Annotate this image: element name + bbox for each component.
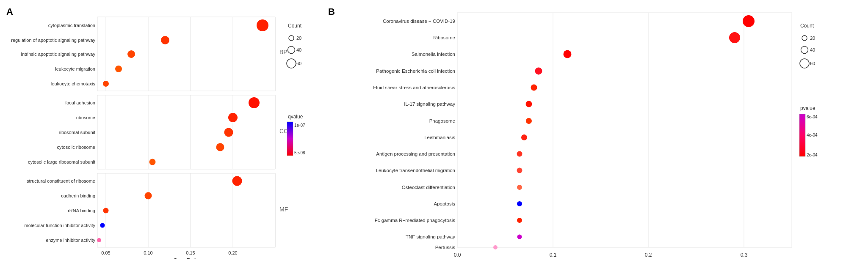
cc-dot-3 bbox=[224, 128, 233, 137]
panel-a-label: A bbox=[6, 6, 13, 17]
svg-point-77 bbox=[802, 36, 807, 41]
b-dot-7 bbox=[526, 118, 532, 124]
panel-a: A bbox=[4, 4, 326, 259]
panel-b-chart: Coronavirus disease − COVID-19 Ribosome … bbox=[326, 4, 860, 259]
panel-b: B bbox=[326, 4, 860, 259]
svg-text:0.05: 0.05 bbox=[101, 250, 110, 255]
svg-text:leukocyte chemotaxis: leukocyte chemotaxis bbox=[51, 81, 96, 86]
b-dot-4 bbox=[535, 68, 542, 75]
svg-text:Osteoclast differentiation: Osteoclast differentiation bbox=[402, 185, 455, 190]
cc-dot-2 bbox=[228, 113, 238, 122]
svg-text:6e-04: 6e-04 bbox=[807, 115, 818, 119]
b-dot-2 bbox=[729, 32, 740, 43]
svg-text:Count: Count bbox=[800, 23, 814, 29]
svg-text:40: 40 bbox=[296, 47, 301, 52]
cc-dot-4 bbox=[216, 143, 224, 151]
cc-dot-1 bbox=[249, 97, 260, 108]
svg-text:cytosolic ribosome: cytosolic ribosome bbox=[57, 145, 95, 150]
svg-text:ribosomal subunit: ribosomal subunit bbox=[59, 130, 95, 135]
svg-text:MF: MF bbox=[279, 206, 288, 213]
svg-text:0.20: 0.20 bbox=[228, 250, 237, 255]
svg-point-50 bbox=[287, 59, 296, 68]
svg-text:0.10: 0.10 bbox=[144, 250, 152, 255]
mf-dot-5 bbox=[97, 238, 101, 242]
b-dot-12 bbox=[517, 201, 522, 206]
svg-text:0.0: 0.0 bbox=[454, 252, 461, 258]
svg-text:2e-04: 2e-04 bbox=[807, 153, 818, 157]
svg-rect-0 bbox=[97, 17, 275, 91]
svg-point-79 bbox=[801, 47, 808, 54]
svg-text:cytoplasmic translation: cytoplasmic translation bbox=[48, 23, 95, 28]
svg-text:1e-07: 1e-07 bbox=[294, 123, 305, 128]
b-dot-3 bbox=[564, 50, 572, 58]
svg-text:BP: BP bbox=[279, 49, 287, 55]
svg-text:IL-17 signaling pathway: IL-17 signaling pathway bbox=[404, 101, 455, 107]
svg-text:Pertussis: Pertussis bbox=[435, 245, 456, 250]
b-dot-6 bbox=[526, 101, 532, 107]
svg-text:molecular function inhibitor a: molecular function inhibitor activity bbox=[24, 223, 95, 228]
svg-rect-12 bbox=[97, 95, 275, 169]
mf-dot-4 bbox=[100, 223, 105, 228]
svg-text:cytosolic large ribosomal subu: cytosolic large ribosomal subunit bbox=[28, 159, 95, 164]
svg-text:Ribosome: Ribosome bbox=[433, 35, 455, 40]
mf-dot-3 bbox=[103, 208, 109, 214]
svg-text:60: 60 bbox=[810, 61, 815, 66]
b-dot-1 bbox=[743, 15, 755, 27]
panel-b-label: B bbox=[328, 6, 335, 17]
svg-text:Leishmaniasis: Leishmaniasis bbox=[424, 135, 455, 140]
svg-text:Phagosome: Phagosome bbox=[429, 118, 455, 123]
svg-text:GeneRatio: GeneRatio bbox=[173, 257, 199, 259]
svg-text:qvalue: qvalue bbox=[288, 114, 303, 120]
b-dot-5 bbox=[531, 85, 537, 91]
svg-text:0.1: 0.1 bbox=[550, 252, 557, 258]
bp-dot-1 bbox=[257, 19, 268, 31]
svg-text:0.15: 0.15 bbox=[186, 250, 195, 255]
svg-text:ribosome: ribosome bbox=[76, 115, 95, 120]
svg-text:20: 20 bbox=[296, 36, 301, 41]
b-dot-10 bbox=[517, 168, 522, 173]
svg-text:Fc gamma R−mediated phagocytos: Fc gamma R−mediated phagocytosis bbox=[375, 218, 455, 223]
svg-text:focal adhesion: focal adhesion bbox=[65, 100, 95, 105]
svg-text:Leukocyte transendothelial mig: Leukocyte transendothelial migration bbox=[376, 168, 455, 173]
svg-text:cadherin binding: cadherin binding bbox=[61, 193, 95, 198]
svg-text:regulation of apoptotic signal: regulation of apoptotic signaling pathwa… bbox=[11, 38, 95, 43]
mf-dot-1 bbox=[232, 176, 242, 186]
svg-text:TNF signaling pathway: TNF signaling pathway bbox=[406, 234, 455, 239]
svg-text:Fluid shear stress and atheros: Fluid shear stress and atherosclerosis bbox=[373, 85, 455, 90]
svg-text:4e-04: 4e-04 bbox=[807, 133, 818, 137]
svg-text:Pathogenic Escherichia coli in: Pathogenic Escherichia coli infection bbox=[376, 68, 455, 74]
svg-text:0.3: 0.3 bbox=[741, 252, 748, 258]
main-container: A bbox=[0, 0, 868, 263]
svg-point-48 bbox=[288, 47, 295, 54]
mf-dot-2 bbox=[145, 192, 152, 200]
svg-text:CC: CC bbox=[279, 128, 288, 134]
svg-text:rRNA binding: rRNA binding bbox=[68, 208, 95, 213]
svg-rect-25 bbox=[287, 122, 293, 156]
svg-rect-52 bbox=[457, 13, 792, 247]
b-dot-11 bbox=[517, 185, 522, 190]
svg-point-81 bbox=[800, 59, 809, 68]
svg-text:Coronavirus disease − COVID-19: Coronavirus disease − COVID-19 bbox=[383, 19, 455, 24]
bp-dot-2 bbox=[161, 36, 169, 44]
svg-text:pvalue: pvalue bbox=[800, 105, 815, 111]
bp-dot-4 bbox=[115, 66, 122, 72]
svg-text:leukocyte migration: leukocyte migration bbox=[55, 66, 95, 71]
svg-text:60: 60 bbox=[296, 61, 301, 66]
bp-dot-5 bbox=[103, 81, 109, 87]
svg-text:enzyme inhibitor activity: enzyme inhibitor activity bbox=[46, 238, 95, 243]
b-dot-14 bbox=[517, 235, 522, 239]
svg-rect-28 bbox=[97, 173, 275, 247]
svg-rect-84 bbox=[799, 114, 805, 156]
svg-text:structural constituent of ribo: structural constituent of ribosome bbox=[27, 178, 95, 184]
b-dot-15 bbox=[493, 245, 498, 249]
panel-a-chart: BP cytoplasmic translation regulation of… bbox=[4, 4, 326, 259]
svg-text:40: 40 bbox=[810, 47, 815, 52]
svg-text:20: 20 bbox=[810, 36, 815, 41]
svg-text:Salmonella infection: Salmonella infection bbox=[412, 52, 455, 57]
svg-text:0.2: 0.2 bbox=[645, 252, 652, 258]
svg-text:Apoptosis: Apoptosis bbox=[434, 201, 455, 206]
cc-dot-5 bbox=[149, 159, 156, 165]
b-dot-9 bbox=[517, 151, 522, 157]
svg-point-46 bbox=[289, 36, 294, 41]
svg-text:intrinsic apoptotic signaling : intrinsic apoptotic signaling pathway bbox=[21, 52, 96, 57]
